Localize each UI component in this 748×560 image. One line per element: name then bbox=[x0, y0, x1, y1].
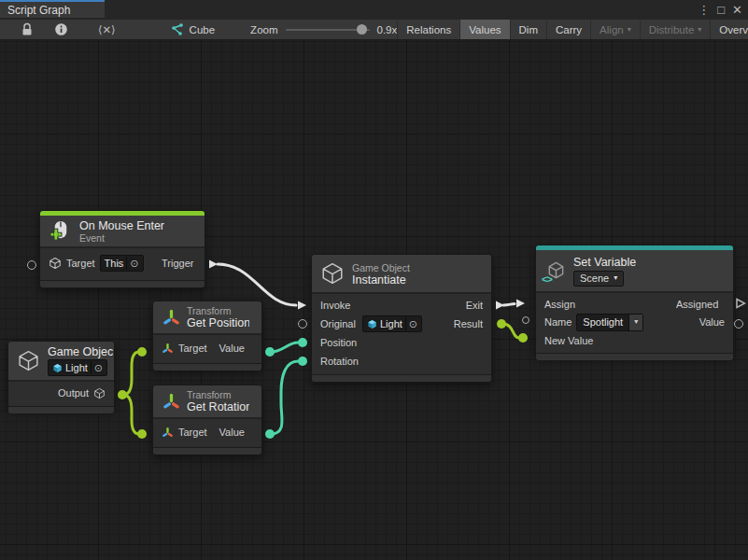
port-setvariable-value-out[interactable] bbox=[734, 319, 743, 329]
variable-kind-dropdown[interactable]: Scene ▾ bbox=[573, 271, 624, 287]
value-port-label: Value bbox=[219, 427, 245, 438]
port-instantiate-rotation-in[interactable] bbox=[298, 357, 307, 366]
node-subtitle: Game Object bbox=[352, 262, 416, 273]
name-port-label: Name bbox=[544, 316, 572, 328]
target-field-value: This bbox=[105, 258, 124, 269]
zoom-label: Zoom bbox=[250, 24, 277, 35]
lock-button[interactable] bbox=[0, 20, 45, 39]
node-instantiate[interactable]: Game Object Instantiate Invoke Exit Orig… bbox=[311, 254, 492, 383]
port-getposition-target-in[interactable] bbox=[137, 347, 147, 357]
node-set-variable[interactable]: <> Set Variable Scene ▾ Assign Assigned … bbox=[535, 245, 734, 357]
tab-script-graph[interactable]: Script Graph bbox=[0, 0, 105, 18]
overview-button[interactable]: Overview bbox=[710, 20, 748, 39]
port-instantiate-original-in[interactable] bbox=[298, 319, 307, 329]
invoke-port-label: Invoke bbox=[320, 300, 356, 311]
port-getrotation-value-out[interactable] bbox=[265, 429, 275, 439]
graph-reference[interactable]: Cube bbox=[161, 20, 225, 39]
node-on-mouse-enter[interactable]: On Mouse Enter Event Target This ⊙ Trigg… bbox=[39, 210, 205, 288]
port-instantiate-result-out[interactable] bbox=[497, 319, 506, 329]
target-port-label: Target bbox=[178, 343, 207, 354]
object-picker-icon[interactable]: ⊙ bbox=[126, 257, 141, 270]
port-instantiate-exit-out[interactable] bbox=[494, 300, 505, 311]
values-button[interactable]: Values bbox=[459, 20, 509, 39]
game-object-icon bbox=[17, 349, 40, 372]
carry-button[interactable]: Carry bbox=[546, 20, 590, 39]
position-port-label: Position bbox=[320, 337, 363, 348]
port-setvariable-name-in[interactable] bbox=[522, 316, 529, 324]
port-getposition-value-out[interactable] bbox=[265, 347, 275, 357]
game-object-icon bbox=[320, 261, 345, 286]
object-picker-icon[interactable]: ⊙ bbox=[91, 361, 106, 374]
dropdown-caret-icon: ▾ bbox=[698, 26, 701, 34]
zoom-control: Zoom 0.9x bbox=[250, 20, 397, 39]
node-title: Set Variable bbox=[573, 256, 636, 269]
node-title: Instantiate bbox=[352, 273, 416, 287]
graph-name: Cube bbox=[190, 24, 216, 35]
zoom-value: 0.9x bbox=[377, 24, 398, 35]
value-port-label: Value bbox=[699, 316, 725, 328]
original-object-field[interactable]: Light ⊙ bbox=[362, 315, 422, 332]
port-setvariable-newvalue-in[interactable] bbox=[518, 333, 528, 343]
menu-icon[interactable]: ⋮ bbox=[698, 0, 710, 20]
dim-button[interactable]: Dim bbox=[510, 20, 546, 39]
target-port-label: Target bbox=[66, 258, 95, 269]
distribute-button[interactable]: Distribute▾ bbox=[640, 20, 711, 39]
game-object-cube-icon bbox=[367, 319, 377, 329]
result-port-label: Result bbox=[454, 318, 483, 329]
code-toggle-button[interactable]: ⟨✕⟩ bbox=[78, 20, 136, 39]
object-picker-icon[interactable]: ⊙ bbox=[405, 317, 420, 330]
port-gameobject-output-out[interactable] bbox=[118, 390, 127, 399]
code-brackets-icon: ⟨✕⟩ bbox=[98, 23, 116, 36]
node-title: On Mouse Enter bbox=[79, 219, 164, 232]
close-icon[interactable]: ✕ bbox=[732, 0, 742, 20]
maximize-icon[interactable]: □ bbox=[717, 0, 725, 20]
variable-kind-value: Scene bbox=[580, 273, 609, 284]
node-title: Get Position bbox=[187, 316, 249, 329]
node-footer bbox=[536, 353, 733, 360]
inspect-button[interactable] bbox=[45, 20, 78, 39]
toolbar-buttons: Relations Values Dim Carry Align▾ Distri… bbox=[397, 20, 748, 39]
node-footer bbox=[40, 280, 205, 287]
variable-name-dropdown[interactable]: Spotlight ▾ bbox=[576, 314, 643, 331]
game-object-icon bbox=[49, 257, 62, 270]
original-field-value: Light bbox=[380, 318, 402, 329]
variable-angle-icon: <> bbox=[542, 273, 552, 285]
lock-icon bbox=[21, 22, 34, 36]
zoom-slider[interactable] bbox=[286, 29, 370, 31]
game-object-cube-icon bbox=[52, 363, 63, 373]
value-port-label: Value bbox=[219, 343, 245, 354]
node-subtitle: Event bbox=[79, 232, 164, 244]
target-port-label: Target bbox=[178, 427, 207, 438]
output-port-label: Output bbox=[58, 387, 89, 399]
light-object-field[interactable]: Light ⊙ bbox=[48, 359, 107, 376]
node-subtitle: Transform bbox=[187, 389, 249, 400]
node-footer bbox=[153, 447, 261, 455]
trigger-port-label: Trigger bbox=[162, 258, 196, 269]
node-get-rotation[interactable]: Transform Get Rotation Target Value bbox=[152, 385, 262, 455]
zoom-slider-handle[interactable] bbox=[357, 24, 367, 35]
script-graph-icon bbox=[170, 22, 184, 36]
port-setvariable-assigned-out[interactable] bbox=[735, 298, 746, 309]
port-onmouseenter-trigger-out[interactable] bbox=[207, 259, 219, 270]
port-setvariable-assign-in[interactable] bbox=[515, 298, 526, 309]
align-button[interactable]: Align▾ bbox=[590, 20, 640, 39]
node-title: Get Rotation bbox=[187, 400, 249, 413]
tab-bar: Script Graph ⋮ □ ✕ bbox=[0, 0, 748, 21]
graph-toolbar: ⟨✕⟩ Cube Zoom 0.9x Relations Values Dim … bbox=[0, 20, 748, 40]
target-object-field[interactable]: This ⊙ bbox=[100, 255, 144, 272]
port-onmouseenter-target-in[interactable] bbox=[27, 260, 36, 270]
window-controls: ⋮ □ ✕ bbox=[698, 0, 742, 20]
relations-button[interactable]: Relations bbox=[397, 20, 459, 39]
node-game-object-light[interactable]: Game Object Light ⊙ Output bbox=[7, 341, 115, 409]
original-port-label: Original bbox=[320, 318, 360, 329]
transform-icon bbox=[162, 427, 174, 439]
node-get-position[interactable]: Transform Get Position Target Value bbox=[152, 301, 262, 370]
script-graph-window: Script Graph ⋮ □ ✕ ⟨✕⟩ Cube Zoo bbox=[0, 0, 748, 560]
port-instantiate-invoke-in[interactable] bbox=[296, 300, 307, 311]
transform-icon bbox=[162, 392, 181, 412]
info-icon bbox=[54, 22, 68, 36]
set-variable-icon: <> bbox=[544, 260, 566, 282]
transform-icon bbox=[162, 308, 181, 328]
port-instantiate-position-in[interactable] bbox=[298, 338, 307, 347]
port-getrotation-target-in[interactable] bbox=[137, 429, 147, 439]
